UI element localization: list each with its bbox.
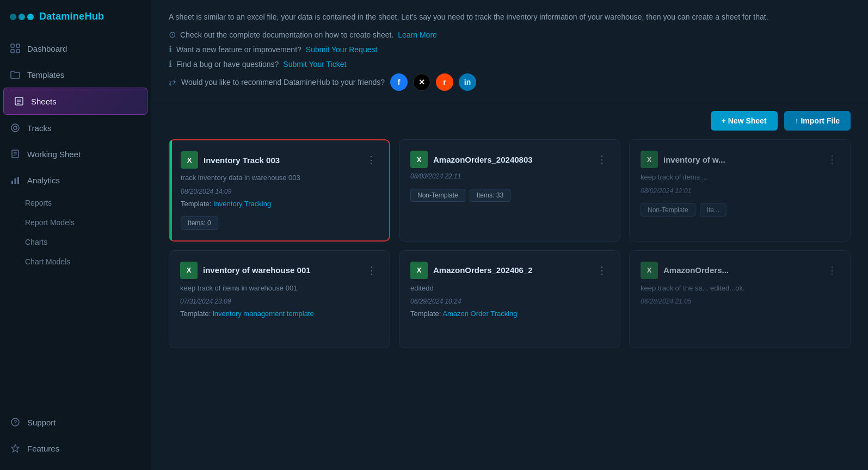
import-file-button[interactable]: ↑ Import File <box>784 111 851 131</box>
submit-request-link[interactable]: Submit Your Request <box>306 45 378 54</box>
reddit-button[interactable]: r <box>436 73 453 91</box>
svg-rect-15 <box>15 178 16 184</box>
logo-area: DatamineHub <box>0 0 151 35</box>
template-link-1[interactable]: Inventory Tracking <box>213 200 271 208</box>
sheet-card-amazon-orders-partial[interactable]: X AmazonOrders... ⋮ keep track of the sa… <box>629 250 851 348</box>
feature-row: ℹ Want a new feature or improvement? Sub… <box>169 44 851 54</box>
bug-row: ℹ Find a bug or have questions? Submit Y… <box>169 59 851 69</box>
card-title-row-5: X AmazonOrders_202406_2 <box>410 262 595 279</box>
card-accent <box>170 140 172 240</box>
sidebar-item-features[interactable]: Features <box>0 435 151 461</box>
svg-rect-16 <box>17 177 19 184</box>
sidebar-item-reports[interactable]: Reports <box>0 193 151 213</box>
sidebar-item-dashboard-label: Dashboard <box>27 44 67 53</box>
sidebar-item-support[interactable]: ? Support <box>0 409 151 435</box>
sheet-card-inventory-track-003[interactable]: X Inventory Track 003 ⋮ track inventory … <box>169 139 390 241</box>
doc-row: ⊙ Check out the complete documentation o… <box>169 29 851 40</box>
analytics-icon <box>10 175 21 185</box>
sheet-card-inventory-warehouse-001[interactable]: X inventory of warehouse 001 ⋮ keep trac… <box>169 250 390 348</box>
tag-items-partial: Ite... <box>700 203 727 217</box>
excel-icon-4: X <box>180 262 198 279</box>
sidebar: DatamineHub Dashboard Templates <box>0 0 151 470</box>
working-sheet-icon <box>10 149 21 159</box>
circle-question-icon: ⊙ <box>169 29 176 40</box>
sidebar-item-sheets-label: Sheets <box>31 97 57 106</box>
folder-icon <box>10 69 21 80</box>
logo-dot-2 <box>19 14 25 20</box>
card-name-3: inventory of w... <box>663 155 725 164</box>
sidebar-item-tracks[interactable]: Tracks <box>0 115 151 141</box>
card-name-6: AmazonOrders... <box>663 265 729 275</box>
sidebar-item-sheets[interactable]: Sheets <box>3 88 147 115</box>
svg-rect-3 <box>16 50 20 53</box>
feature-text: Want a new feature or improvement? <box>176 45 301 54</box>
svg-point-9 <box>14 126 17 129</box>
card-title-row-6: X AmazonOrders... <box>641 262 825 279</box>
card-template-4: Template: inventory management template <box>180 310 379 318</box>
logo-dot-3 <box>27 14 34 20</box>
sidebar-item-templates-label: Templates <box>27 70 64 79</box>
excel-icon-5: X <box>410 262 428 279</box>
card-header-2: X AmazonOrders_20240803 ⋮ <box>410 151 609 168</box>
svg-rect-0 <box>11 44 14 47</box>
sidebar-item-templates[interactable]: Templates <box>0 61 151 88</box>
card-desc-1: track inventory data in warehouse 003 <box>181 173 378 183</box>
svg-rect-4 <box>15 97 23 105</box>
banner-description: A sheet is similar to an excel file, you… <box>169 11 851 23</box>
sheet-card-inventory-warehouse-partial[interactable]: X inventory of w... ⋮ keep track of item… <box>629 139 851 241</box>
card-header-1: X Inventory Track 003 ⋮ <box>181 151 378 169</box>
submit-ticket-link[interactable]: Submit Your Ticket <box>283 60 346 69</box>
card-tags-1: Items: 0 <box>181 217 378 230</box>
tag-non-template-2: Non-Template <box>410 189 465 202</box>
card-name-5: AmazonOrders_202406_2 <box>433 265 533 275</box>
social-text: Would you like to recommend DatamineHub … <box>181 78 385 86</box>
card-menu-4[interactable]: ⋮ <box>365 263 379 277</box>
tag-items-33: Items: 33 <box>470 189 510 202</box>
features-icon <box>10 443 21 454</box>
card-title-row-2: X AmazonOrders_20240803 <box>410 151 595 168</box>
sidebar-item-chart-models[interactable]: Chart Models <box>0 252 151 271</box>
sidebar-item-chart-models-label: Chart Models <box>25 257 70 266</box>
sidebar-item-report-models[interactable]: Report Models <box>0 213 151 232</box>
sheet-card-amazon-20240803[interactable]: X AmazonOrders_20240803 ⋮ 08/03/2024 22:… <box>399 139 620 241</box>
sheet-card-amazon-202406-2[interactable]: X AmazonOrders_202406_2 ⋮ editedd 06/29/… <box>399 250 620 348</box>
svg-marker-19 <box>11 444 19 452</box>
card-name-4: inventory of warehouse 001 <box>203 265 311 275</box>
card-desc-3: keep track of items ... <box>641 172 839 182</box>
x-button[interactable]: ✕ <box>413 73 430 91</box>
card-menu-2[interactable]: ⋮ <box>595 152 609 166</box>
info-icon-2: ℹ <box>169 59 172 69</box>
card-date-6: 06/28/2024 21:05 <box>641 298 839 305</box>
card-menu-5[interactable]: ⋮ <box>595 263 609 277</box>
card-header-6: X AmazonOrders... ⋮ <box>641 262 839 279</box>
card-tags-3: Non-Template Ite... <box>641 203 839 217</box>
card-header-5: X AmazonOrders_202406_2 ⋮ <box>410 262 609 279</box>
linkedin-button[interactable]: in <box>459 73 476 91</box>
card-menu-1[interactable]: ⋮ <box>364 153 378 167</box>
card-tags-2: Non-Template Items: 33 <box>410 189 609 202</box>
template-link-5[interactable]: Amazon Order Tracking <box>442 310 517 318</box>
card-menu-3[interactable]: ⋮ <box>825 152 839 166</box>
sidebar-item-charts[interactable]: Charts <box>0 232 151 252</box>
card-desc-6: keep track of the sa... edited...ok. <box>641 283 839 293</box>
card-date-4: 07/31/2024 23:09 <box>180 298 379 305</box>
excel-icon-3: X <box>641 151 658 168</box>
sidebar-item-support-label: Support <box>27 418 56 427</box>
template-link-4[interactable]: inventory management template <box>213 310 314 318</box>
card-title-row-4: X inventory of warehouse 001 <box>180 262 365 279</box>
main-content: A sheet is similar to an excel file, you… <box>151 0 868 470</box>
learn-more-link[interactable]: Learn More <box>398 30 437 39</box>
sidebar-item-working-sheet[interactable]: Working Sheet <box>0 141 151 167</box>
sheets-grid: X Inventory Track 003 ⋮ track inventory … <box>151 139 868 470</box>
social-row: ⇄ Would you like to recommend DatamineHu… <box>169 73 851 91</box>
facebook-button[interactable]: f <box>390 73 408 91</box>
sidebar-item-dashboard[interactable]: Dashboard <box>0 35 151 61</box>
sidebar-item-features-label: Features <box>27 444 59 453</box>
card-menu-6[interactable]: ⋮ <box>825 263 839 277</box>
info-icon-1: ℹ <box>169 44 172 54</box>
sidebar-item-analytics[interactable]: Analytics <box>0 167 151 193</box>
card-header-4: X inventory of warehouse 001 ⋮ <box>180 262 379 279</box>
new-sheet-button[interactable]: + New Sheet <box>711 111 778 131</box>
card-date-2: 08/03/2024 22:11 <box>410 172 609 180</box>
grid-icon <box>10 43 21 54</box>
